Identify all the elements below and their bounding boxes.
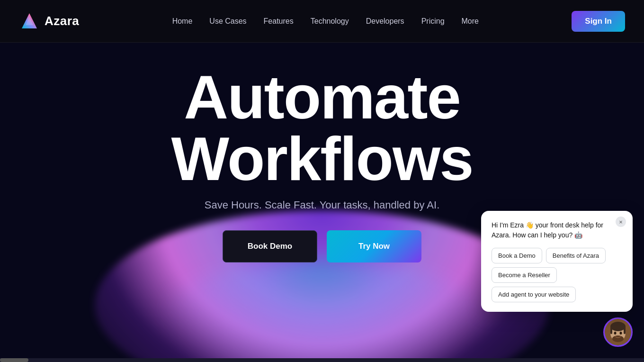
scrollbar[interactable] [0,358,644,362]
try-now-button[interactable]: Try Now [327,230,421,262]
book-demo-button[interactable]: Book Demo [223,230,317,262]
nav-links: Home Use Cases Features Technology Devel… [172,17,479,26]
svg-point-8 [614,332,617,335]
svg-point-9 [620,332,622,335]
nav-link-features[interactable]: Features [264,17,294,25]
logo-link[interactable]: Azara [19,11,79,32]
chat-options: Book a Demo Benefits of Azara Become a R… [492,248,622,302]
svg-point-5 [610,322,626,331]
hero-title-line2: Workflows [171,124,473,193]
svg-rect-6 [610,326,612,334]
avatar-svg [605,319,631,345]
chat-option-book-demo[interactable]: Book a Demo [492,248,542,263]
nav-link-home[interactable]: Home [172,17,193,25]
signin-button[interactable]: Sign In [572,11,625,32]
chat-option-benefits[interactable]: Benefits of Azara [546,248,606,263]
chat-bubble: × Hi I'm Ezra 👋 your front desk help for… [481,211,633,312]
chat-close-button[interactable]: × [616,217,626,227]
nav-link-pricing[interactable]: Pricing [421,17,445,25]
logo-icon [19,11,40,32]
scrollbar-thumb[interactable] [0,358,28,362]
logo-text: Azara [45,14,79,28]
chat-avatar[interactable] [603,317,633,347]
chat-option-add-agent[interactable]: Add agent to your website [492,287,576,302]
nav-link-use-cases[interactable]: Use Cases [209,17,246,25]
chat-avatar-face [605,319,631,345]
nav-link-developers[interactable]: Developers [366,17,404,25]
nav-link-technology[interactable]: Technology [311,17,349,25]
svg-point-10 [612,335,624,342]
hero-title: Automate Workflows [171,66,473,190]
svg-rect-7 [624,326,626,334]
hero-buttons: Book Demo Try Now [223,230,421,262]
hero-title-line1: Automate [184,63,460,132]
chat-widget: × Hi I'm Ezra 👋 your front desk help for… [481,211,633,347]
nav-link-more[interactable]: More [462,17,479,25]
nav-right: Sign In [572,11,625,32]
navigation: Azara Home Use Cases Features Technology… [0,0,644,43]
hero-subtitle: Save Hours. Scale Fast. Your tasks, hand… [205,199,440,211]
chat-option-reseller[interactable]: Become a Reseller [492,267,557,283]
chat-message: Hi I'm Ezra 👋 your front desk help for A… [492,220,622,240]
